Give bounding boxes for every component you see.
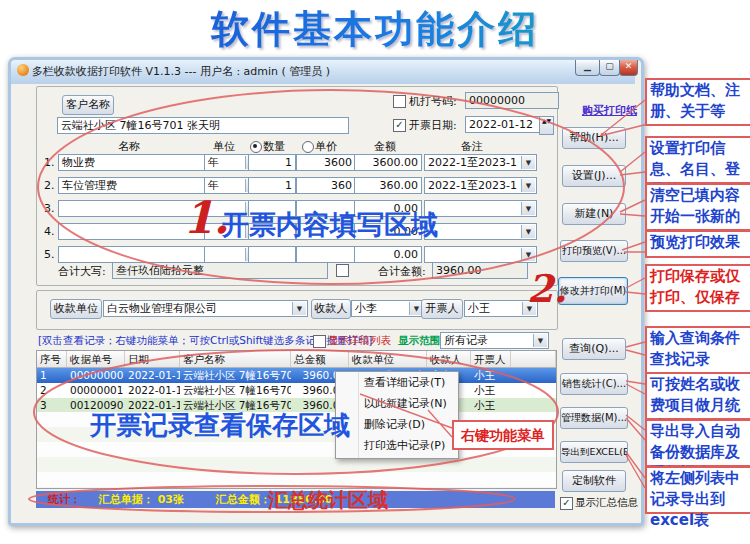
screenshot-stage: 软件基本功能介绍 多栏收款收据打印软件 V1.1.3 --- 用户名 : adm… bbox=[0, 0, 750, 544]
table-row[interactable]: 200000001 2022-01-12...云端社小区 7幢16号702 ..… bbox=[37, 383, 556, 398]
fee-name-input[interactable] bbox=[58, 246, 208, 263]
custom-software-button[interactable]: 定制软件 bbox=[562, 470, 626, 492]
detail-list-checkbox[interactable] bbox=[313, 335, 326, 348]
show-summary-label: 显示汇总信息 bbox=[575, 496, 638, 510]
fee-qty-input[interactable]: 1 bbox=[248, 154, 296, 171]
col-header[interactable]: 收据单号 bbox=[67, 351, 125, 367]
summary-stat-label: 统计： bbox=[48, 493, 81, 506]
maximize-button[interactable]: ▢ bbox=[599, 60, 620, 76]
maximize-icon: ▢ bbox=[605, 61, 614, 71]
minimize-button[interactable]: ▁ bbox=[575, 60, 600, 76]
print-preview-button[interactable]: 打印预览(V)... bbox=[560, 240, 628, 262]
total-caps-field: 叁仟玖佰陆拾元整 bbox=[112, 262, 328, 279]
menu-item-new-from[interactable]: 以此新建记录(N) bbox=[336, 393, 458, 414]
show-summary-checkbox[interactable]: ✓ bbox=[560, 497, 573, 510]
invoice-date-input[interactable]: 2022-01-12 bbox=[465, 116, 545, 133]
payee-person-button[interactable]: 收款人 bbox=[311, 299, 351, 319]
spinner-down-icon: ▼ bbox=[547, 117, 552, 124]
col-qty-label: 数量 bbox=[263, 139, 285, 154]
invoice-date-label: 开票日期: bbox=[409, 118, 457, 133]
scope-select[interactable]: 所有记录▼ bbox=[440, 332, 549, 349]
date-spinner[interactable]: ▲▼ bbox=[539, 116, 554, 135]
col-header[interactable]: 客户名称 bbox=[180, 351, 291, 367]
settings-button[interactable]: 设置(J)... bbox=[562, 165, 626, 187]
menu-item-delete[interactable]: 删除记录(D) bbox=[336, 414, 458, 435]
dropdown-arrow-icon: ▼ bbox=[521, 156, 535, 169]
table-row[interactable]: 100000000 2022-01-12...云端社小区 7幢16号701 ..… bbox=[37, 368, 556, 383]
manage-data-button[interactable]: 管理数据(M)... bbox=[560, 407, 628, 429]
note-new: 清空已填内容开始一张新的收据 bbox=[645, 183, 750, 231]
total-amount-field: 3960.00 bbox=[432, 262, 528, 279]
issuer-button[interactable]: 开票人 bbox=[421, 299, 463, 319]
new-button[interactable]: 新建(N) bbox=[562, 203, 626, 225]
query-button[interactable]: 查询(Q)... bbox=[562, 338, 626, 360]
col-name-label: 名称 bbox=[118, 139, 140, 154]
fee-remark-select[interactable]: 2022-1至2023-1▼ bbox=[424, 177, 537, 194]
records-area-note: 开票记录查看保存区域 bbox=[90, 408, 350, 443]
context-menu-note: 右键功能菜单 bbox=[452, 420, 554, 450]
fee-remark-select[interactable]: ▼ bbox=[424, 200, 537, 217]
col-header[interactable]: 总金额 bbox=[291, 351, 349, 367]
payee-unit-select[interactable]: 白云物业管理有限公司▼ bbox=[103, 300, 308, 317]
sales-stats-button[interactable]: 销售统计(C)... bbox=[560, 373, 628, 395]
machine-no-checkbox[interactable] bbox=[393, 95, 406, 108]
row-no: 2. bbox=[44, 179, 55, 192]
machine-no-input[interactable]: 00000000 bbox=[465, 92, 559, 109]
fee-amount-input[interactable]: 3600.00 bbox=[354, 154, 422, 171]
menu-item-print-selected[interactable]: 打印选中记录(P) bbox=[336, 435, 458, 456]
summary-amount-label: 汇总金额： bbox=[216, 493, 271, 506]
total-checkbox[interactable] bbox=[336, 264, 349, 277]
dropdown-arrow-icon: ▼ bbox=[521, 225, 535, 238]
detail-list-label: 显示详情列表 bbox=[328, 334, 391, 348]
invoice-date-checkbox[interactable]: ✓ bbox=[393, 119, 406, 132]
dropdown-arrow-icon: ▼ bbox=[521, 202, 535, 215]
scope-label: 显示范围: bbox=[398, 334, 444, 348]
col-header[interactable]: 开票人 bbox=[471, 351, 511, 367]
minimize-icon: ▁ bbox=[584, 61, 591, 71]
fee-remark-select[interactable]: ▼ bbox=[424, 246, 537, 263]
col-header[interactable]: 序号 bbox=[37, 351, 67, 367]
dropdown-arrow-icon: ▼ bbox=[533, 334, 547, 347]
col-unit-label: 单位 bbox=[213, 139, 235, 154]
customer-name-button[interactable]: 客户名称 bbox=[62, 95, 114, 115]
fee-price-input[interactable] bbox=[296, 246, 356, 263]
fee-qty-input[interactable]: 1 bbox=[248, 177, 296, 194]
app-icon bbox=[17, 64, 29, 76]
help-button[interactable]: 帮助(H)... bbox=[562, 127, 626, 149]
col-header[interactable]: 收款人 bbox=[427, 351, 471, 367]
fee-price-input[interactable]: 360 bbox=[296, 177, 356, 194]
fee-remark-select[interactable]: 2022-1至2023-1▼ bbox=[424, 154, 537, 171]
note-print: 打印保存或仅打印、仅保存 bbox=[645, 264, 750, 312]
total-caps-label: 合计大写: bbox=[58, 264, 106, 279]
col-header[interactable]: 日期 bbox=[125, 351, 180, 367]
note-backup: 导出导入自动备份数据库及重新记账 bbox=[645, 419, 750, 467]
dropdown-arrow-icon: ▼ bbox=[521, 248, 535, 261]
step2-number: 2. bbox=[527, 266, 567, 311]
fee-amount-input[interactable]: 360.00 bbox=[354, 177, 422, 194]
col-header[interactable]: 收款单位 bbox=[349, 351, 427, 367]
row-no: 5. bbox=[44, 248, 55, 261]
window-title: 多栏收款收据打印软件 V1.1.3 --- 用户名 : admin ( 管理员 … bbox=[32, 64, 452, 79]
fee-price-input[interactable]: 3600 bbox=[296, 154, 356, 171]
payee-person-select[interactable]: 小李▼ bbox=[351, 300, 425, 317]
note-settings: 设置打印信息、名目、登录等 bbox=[645, 136, 750, 184]
payee-unit-button[interactable]: 收款单位 bbox=[50, 299, 102, 319]
customer-name-input[interactable]: 云端社小区 7幢16号701 张天明 bbox=[57, 117, 349, 134]
page-title: 软件基本功能介绍 bbox=[0, 4, 750, 55]
fee-name-input[interactable]: 物业费 bbox=[58, 154, 208, 171]
price-radio[interactable] bbox=[302, 141, 314, 153]
dropdown-arrow-icon: ▼ bbox=[521, 179, 535, 192]
export-excel-button[interactable]: 导出到EXCEL(E) bbox=[560, 441, 628, 463]
buy-paper-link[interactable]: 购买打印纸 bbox=[582, 103, 637, 118]
col-amount-label: 金额 bbox=[374, 139, 396, 154]
qty-radio[interactable] bbox=[250, 141, 262, 153]
menu-item-view-detail[interactable]: 查看详细记录(T) bbox=[336, 372, 458, 393]
note-stats: 可按姓名或收费项目做月统计 bbox=[645, 372, 750, 420]
fee-remark-select[interactable]: ▼ bbox=[424, 223, 537, 240]
modify-print-button[interactable]: 修改并打印(M) bbox=[558, 277, 628, 305]
fee-amount-input[interactable]: 0.00 bbox=[354, 246, 422, 263]
fee-qty-input[interactable] bbox=[248, 246, 296, 263]
close-button[interactable]: ✕ bbox=[619, 60, 638, 76]
note-export: 将左侧列表中记录导出到excel表 bbox=[645, 466, 750, 514]
records-header-row[interactable]: 序号 收据单号 日期 客户名称 总金额 收款单位 收款人 开票人 bbox=[37, 351, 556, 368]
